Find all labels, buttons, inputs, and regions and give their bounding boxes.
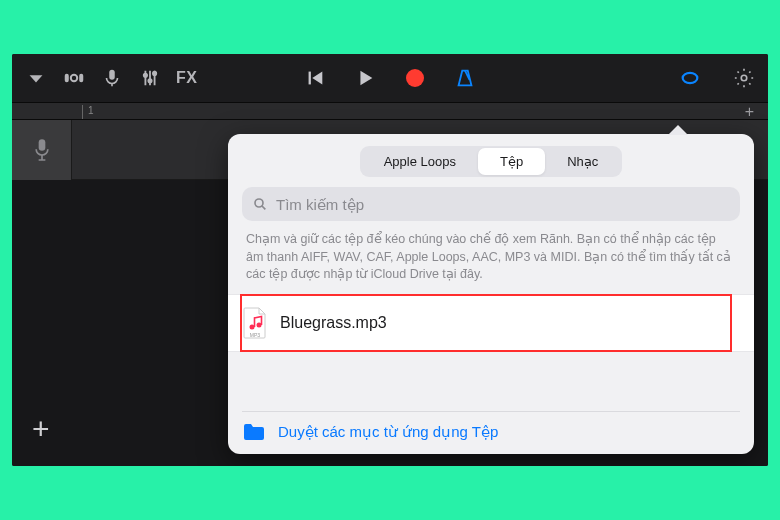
- search-icon: [252, 196, 268, 212]
- settings-button[interactable]: [732, 66, 756, 90]
- svg-rect-4: [109, 70, 115, 80]
- svg-point-11: [153, 72, 156, 75]
- search-field[interactable]: [242, 187, 740, 221]
- track-view-button[interactable]: [62, 66, 86, 90]
- popover-tabs: Apple Loops Tệp Nhạc: [228, 134, 754, 187]
- svg-marker-0: [30, 75, 43, 82]
- add-section-button[interactable]: +: [745, 103, 754, 121]
- browse-label: Duyệt các mục từ ứng dụng Tệp: [278, 423, 498, 441]
- tab-files[interactable]: Tệp: [478, 148, 545, 175]
- timeline-ruler[interactable]: +: [12, 102, 768, 120]
- app-window: FX +: [12, 54, 768, 466]
- top-toolbar: FX: [12, 54, 768, 102]
- folder-icon: [242, 422, 266, 442]
- svg-rect-17: [38, 139, 45, 151]
- svg-rect-2: [66, 75, 68, 81]
- file-name-label: Bluegrass.mp3: [280, 314, 387, 332]
- svg-rect-3: [80, 75, 82, 81]
- fx-button[interactable]: FX: [176, 69, 197, 87]
- play-button[interactable]: [353, 66, 377, 90]
- add-track-button[interactable]: +: [32, 412, 50, 446]
- svg-point-16: [741, 75, 747, 81]
- file-item[interactable]: MP3 Bluegrass.mp3: [228, 294, 754, 352]
- svg-point-9: [144, 74, 147, 77]
- microphone-icon[interactable]: [100, 66, 124, 90]
- svg-point-10: [148, 79, 151, 82]
- svg-marker-14: [360, 71, 372, 86]
- track-header[interactable]: [12, 120, 72, 180]
- svg-marker-13: [312, 72, 322, 85]
- segmented-control: Apple Loops Tệp Nhạc: [360, 146, 623, 177]
- rewind-button[interactable]: [303, 66, 327, 90]
- hint-text: Chạm và giữ các tệp để kéo chúng vào chế…: [228, 229, 754, 294]
- metronome-button[interactable]: [453, 66, 477, 90]
- nav-menu-button[interactable]: [24, 66, 48, 90]
- svg-text:MP3: MP3: [250, 332, 261, 338]
- tab-music[interactable]: Nhạc: [545, 148, 620, 175]
- microphone-icon: [32, 137, 52, 163]
- browse-files-button[interactable]: Duyệt các mục từ ứng dụng Tệp: [242, 411, 740, 442]
- svg-point-20: [255, 199, 263, 207]
- record-button[interactable]: [403, 66, 427, 90]
- svg-line-21: [262, 206, 265, 209]
- loop-browser-button[interactable]: [678, 66, 702, 90]
- tab-apple-loops[interactable]: Apple Loops: [362, 148, 478, 175]
- loop-browser-popover: Apple Loops Tệp Nhạc Chạm và giữ các tệp…: [228, 134, 754, 454]
- svg-rect-12: [309, 72, 311, 85]
- audio-file-icon: MP3: [242, 307, 268, 339]
- sliders-icon[interactable]: [138, 66, 162, 90]
- search-input[interactable]: [276, 196, 730, 213]
- svg-point-1: [71, 75, 77, 81]
